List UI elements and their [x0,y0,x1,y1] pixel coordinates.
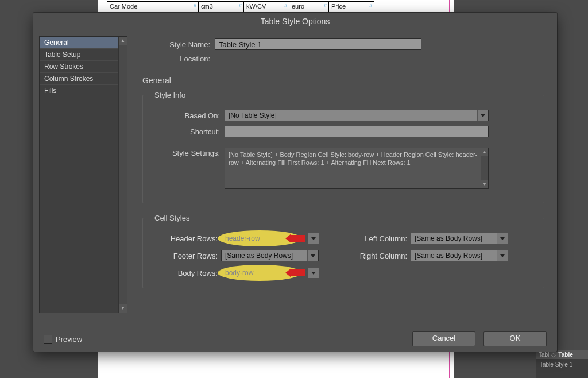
location-label: Location: [142,55,215,63]
chevron-down-icon [308,233,319,244]
left-column-select[interactable]: [Same as Body Rows] [411,233,508,244]
based-on-select[interactable]: [No Table Style] [225,110,489,121]
body-rows-value: body-row [225,269,253,277]
body-rows-label: Body Rows: [152,269,221,277]
bg-th: Car Model [107,2,199,11]
style-settings-label: Style Settings: [152,148,225,157]
chevron-up-icon[interactable]: ▲ [119,37,127,45]
cell-styles-legend: Cell Styles [152,214,192,222]
panel-tab-separator-icon: ◇ [551,352,556,358]
footer-rows-label: Footer Rows: [152,252,221,260]
bg-th: kW/CV [244,2,289,11]
chevron-down-icon [307,250,318,261]
shortcut-label: Shortcut: [152,128,225,136]
chevron-down-icon [477,110,488,121]
sidebar: General Table Setup Row Strokes Column S… [33,30,132,326]
sidebar-item-general[interactable]: General [40,37,127,49]
header-rows-label: Header Rows: [152,234,221,243]
bg-th: euro [289,2,329,11]
listbox-scrollbar[interactable]: ▲ ▼ [118,37,127,313]
body-rows-highlight: body-row [221,267,319,279]
based-on-label: Based On: [152,111,225,120]
cancel-button[interactable]: Cancel [412,331,475,346]
left-column-label: Left Column: [342,234,411,243]
annotation-arrow-left-icon [285,268,305,277]
header-rows-value: header-row [225,234,260,242]
header-rows-highlight: header-row [221,233,319,244]
panel-tab-table[interactable]: Tabl [539,352,549,358]
footer-rows-value: [Same as Body Rows] [225,252,293,260]
sidebar-item-table-setup[interactable]: Table Setup [40,49,127,61]
left-column-value: [Same as Body Rows] [415,234,482,242]
sidebar-item-row-strokes[interactable]: Row Strokes [40,61,127,73]
preview-checkbox[interactable]: Preview [44,335,82,344]
right-column-value: [Same as Body Rows] [415,252,482,260]
based-on-value: [No Table Style] [229,111,277,119]
sidebar-item-column-strokes[interactable]: Column Strokes [40,73,127,85]
shortcut-input[interactable] [225,126,489,137]
table-style-options-dialog: Table Style Options General Table Setup … [33,13,557,352]
ok-button[interactable]: OK [483,331,547,346]
bg-th: cm3 [199,2,244,11]
annotation-arrow-left-icon [285,234,305,243]
right-panel-strip: Tabl ◇ Table Table Style 1 [536,350,588,378]
right-column-label: Right Column: [342,252,411,260]
style-info-legend: Style Info [152,91,188,99]
preview-label: Preview [56,335,82,344]
textarea-scrollbar[interactable]: ▲ ▼ [481,148,488,188]
style-settings-text: [No Table Style] + Body Region Cell Styl… [225,148,489,189]
main-pane: Style Name: Location: General Style Info… [132,30,557,326]
dialog-footer: Preview Cancel OK [33,326,557,352]
footer-rows-select[interactable]: [Same as Body Rows] [221,250,319,261]
style-name-label: Style Name: [142,40,215,49]
sidebar-item-fills[interactable]: Fills [40,85,127,97]
chevron-down-icon[interactable]: ▼ [481,180,488,188]
chevron-down-icon[interactable]: ▼ [119,304,127,313]
right-column-select[interactable]: [Same as Body Rows] [411,250,508,261]
general-heading: General [142,76,544,85]
checkbox-icon [44,335,52,344]
style-settings-value: [No Table Style] + Body Region Cell Styl… [229,151,477,166]
category-listbox[interactable]: General Table Setup Row Strokes Column S… [39,36,127,313]
chevron-down-icon [497,233,508,244]
dialog-title: Table Style Options [33,13,557,30]
style-info-group: Style Info Based On: [No Table Style] Sh… [142,91,544,203]
panel-tabs[interactable]: Tabl ◇ Table [536,350,588,359]
panel-entry[interactable]: Table Style 1 [536,359,588,370]
chevron-down-icon [497,250,508,261]
style-name-input[interactable] [215,38,421,50]
chevron-down-icon [308,268,319,278]
panel-tab-table-styles[interactable]: Table [558,352,572,358]
chevron-up-icon[interactable]: ▲ [481,148,488,156]
cell-styles-group: Cell Styles Header Rows: header-row [142,214,544,288]
bg-th: Price [329,2,374,11]
